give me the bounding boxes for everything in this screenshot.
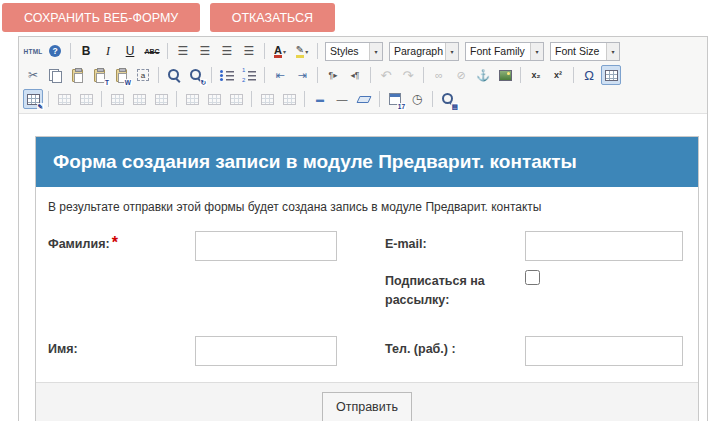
text-color-button[interactable]: A▾ bbox=[270, 41, 290, 61]
table-cell-properties-icon-glyph bbox=[80, 94, 93, 105]
bullet-list-icon[interactable] bbox=[217, 65, 237, 85]
first-name-input[interactable] bbox=[195, 336, 337, 366]
table-row-properties-icon-glyph bbox=[58, 94, 71, 105]
superscript-icon[interactable]: x² bbox=[548, 65, 568, 85]
editor-content-area[interactable]: Форма создания записи в модуле Предварит… bbox=[19, 136, 707, 421]
paste-icon-glyph bbox=[72, 69, 83, 82]
rtl-icon-glyph: ◂¶ bbox=[351, 70, 360, 80]
chevron-down-icon[interactable]: ▾ bbox=[530, 43, 543, 60]
insert-column-after-icon-glyph bbox=[208, 94, 221, 105]
find-icon[interactable] bbox=[164, 65, 184, 85]
ltr-icon[interactable]: ¶▸ bbox=[323, 65, 343, 85]
redo-icon[interactable]: ↷ bbox=[398, 65, 418, 85]
remove-format-icon[interactable] bbox=[354, 89, 374, 109]
highlight-color-button[interactable]: ✎▾ bbox=[292, 41, 312, 61]
rtl-icon[interactable]: ◂¶ bbox=[345, 65, 365, 85]
toolbar-separator bbox=[48, 91, 49, 107]
cancel-button[interactable]: ОТКАЗАТЬСЯ bbox=[210, 3, 335, 32]
insert-row-before-icon[interactable] bbox=[107, 89, 127, 109]
table-row-properties-icon[interactable] bbox=[54, 89, 74, 109]
numbered-list-icon[interactable] bbox=[239, 65, 259, 85]
styles-select[interactable]: Styles▾ bbox=[325, 42, 383, 61]
table-cell-properties-icon[interactable] bbox=[76, 89, 96, 109]
paste-icon[interactable] bbox=[67, 65, 87, 85]
subscript-icon-glyph: x₂ bbox=[531, 70, 540, 80]
merge-cells-icon[interactable] bbox=[279, 89, 299, 109]
insert-column-before-icon-glyph bbox=[186, 94, 199, 105]
split-cells-icon[interactable] bbox=[257, 89, 277, 109]
align-right-button[interactable]: ☰ bbox=[217, 41, 237, 61]
delete-column-icon[interactable] bbox=[226, 89, 246, 109]
merge-cells-icon-glyph bbox=[283, 94, 296, 105]
insert-column-before-icon[interactable] bbox=[182, 89, 202, 109]
newsletter-label: Подписаться на рассылку: bbox=[385, 274, 485, 307]
ltr-icon-glyph: ¶▸ bbox=[329, 70, 338, 80]
last-name-input[interactable] bbox=[195, 231, 337, 261]
help-icon[interactable]: ? bbox=[45, 41, 65, 61]
styles-select-value: Styles bbox=[326, 45, 369, 57]
indent-icon-glyph: ⇥ bbox=[297, 69, 306, 82]
bold-button[interactable]: B bbox=[76, 41, 96, 61]
chevron-down-icon[interactable]: ▾ bbox=[369, 43, 382, 60]
align-left-button[interactable]: ☰ bbox=[173, 41, 193, 61]
submit-button[interactable]: Отправить bbox=[322, 392, 412, 421]
paste-as-text-icon-overlay: T bbox=[104, 79, 110, 86]
insert-time-icon[interactable]: ◷ bbox=[407, 89, 427, 109]
email-input[interactable] bbox=[525, 231, 683, 261]
font-family-select[interactable]: Font Family▾ bbox=[465, 42, 544, 61]
numbered-list-icon-glyph bbox=[242, 70, 256, 81]
find-replace-icon[interactable]: ↻ bbox=[186, 65, 206, 85]
anchor-icon-glyph: ⚓ bbox=[476, 69, 490, 82]
chevron-down-icon[interactable]: ▾ bbox=[445, 43, 458, 60]
insert-date-icon-overlay: 17 bbox=[397, 103, 406, 110]
select-all-icon[interactable]: a bbox=[133, 65, 153, 85]
insert-row-after-icon[interactable] bbox=[129, 89, 149, 109]
delete-row-icon[interactable] bbox=[151, 89, 171, 109]
chevron-down-icon[interactable]: ▾ bbox=[283, 48, 286, 55]
font-family-select-value: Font Family bbox=[466, 45, 530, 57]
paragraph-select[interactable]: Paragraph▾ bbox=[389, 42, 459, 61]
preview-icon[interactable]: ▤ bbox=[438, 89, 458, 109]
toolbar-row-2: ✂TWa↻⇤⇥¶▸◂¶↶↷∞⊘⚓x₂x²Ω bbox=[22, 63, 704, 87]
chevron-down-icon[interactable]: ▾ bbox=[606, 43, 619, 60]
outdent-icon[interactable]: ⇤ bbox=[270, 65, 290, 85]
insert-date-icon[interactable]: 17 bbox=[385, 89, 405, 109]
anchor-icon[interactable]: ⚓ bbox=[473, 65, 493, 85]
newsletter-checkbox[interactable] bbox=[525, 270, 540, 285]
phone-work-input[interactable] bbox=[525, 336, 683, 366]
paste-from-word-icon-overlay: W bbox=[124, 79, 132, 86]
link-icon[interactable]: ∞ bbox=[429, 65, 449, 85]
superscript-icon-glyph: x² bbox=[554, 70, 562, 80]
insert-horizontal-rule-icon[interactable]: ▬ bbox=[310, 89, 330, 109]
paste-as-text-icon[interactable]: T bbox=[89, 65, 109, 85]
indent-icon[interactable]: ⇥ bbox=[292, 65, 312, 85]
undo-icon[interactable]: ↶ bbox=[376, 65, 396, 85]
toolbar-row-1: HTML?BIUABC☰☰☰☰A▾✎▾Styles▾Paragraph▾Font… bbox=[22, 39, 704, 63]
paste-from-word-icon[interactable]: W bbox=[111, 65, 131, 85]
horizontal-rule-icon[interactable]: — bbox=[332, 89, 352, 109]
remove-format-icon-glyph bbox=[356, 96, 371, 103]
toolbar-separator bbox=[379, 91, 380, 107]
save-webform-button[interactable]: СОХРАНИТЬ ВЕБ-ФОРМУ bbox=[2, 3, 200, 32]
table-icon[interactable] bbox=[601, 65, 621, 85]
cut-icon[interactable]: ✂ bbox=[23, 65, 43, 85]
chevron-down-icon[interactable]: ▾ bbox=[305, 48, 308, 55]
image-icon[interactable] bbox=[495, 65, 515, 85]
align-center-button[interactable]: ☰ bbox=[195, 41, 215, 61]
bold-button-glyph: B bbox=[82, 44, 91, 58]
delete-column-icon-glyph bbox=[230, 94, 243, 105]
subscript-icon[interactable]: x₂ bbox=[526, 65, 546, 85]
insert-table-icon[interactable]: ✎ bbox=[23, 89, 43, 109]
align-justify-button[interactable]: ☰ bbox=[239, 41, 259, 61]
html-source-button[interactable]: HTML bbox=[23, 41, 43, 61]
form-row-1: Фамилия:* E-mail: bbox=[48, 231, 686, 261]
strikethrough-button[interactable]: ABC bbox=[142, 41, 162, 61]
underline-button[interactable]: U bbox=[120, 41, 140, 61]
copy-icon[interactable] bbox=[45, 65, 65, 85]
insert-column-after-icon[interactable] bbox=[204, 89, 224, 109]
toolbar-separator bbox=[317, 67, 318, 83]
italic-button[interactable]: I bbox=[98, 41, 118, 61]
unlink-icon[interactable]: ⊘ bbox=[451, 65, 471, 85]
special-char-icon[interactable]: Ω bbox=[579, 65, 599, 85]
font-size-select[interactable]: Font Size▾ bbox=[550, 42, 620, 61]
